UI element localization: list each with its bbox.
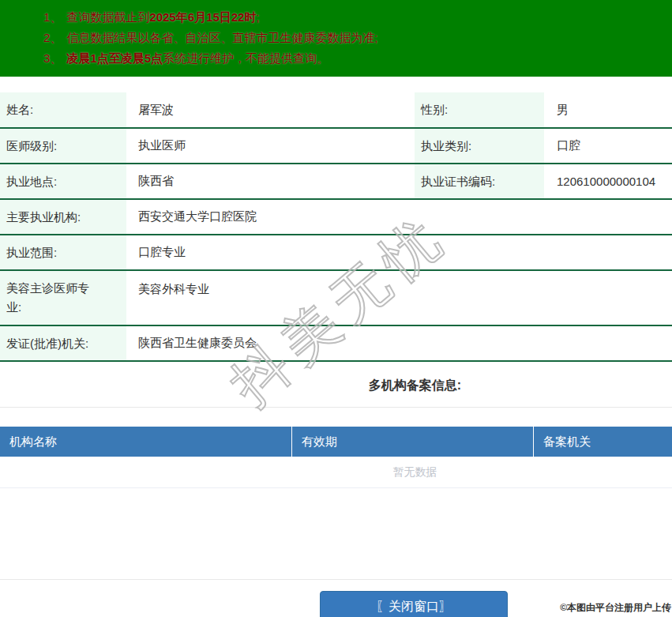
filing-col-header-authority: 备案机关 <box>534 427 672 457</box>
table-row: 执业范围: 口腔专业 <box>0 235 672 270</box>
notice-text-bold: 凌晨1点至凌晨5点 <box>66 51 163 65</box>
field-label-doctor-level: 医师级别: <box>0 128 126 164</box>
notice-text: 查询数据截止到 <box>66 10 149 24</box>
notice-number: 3、 <box>43 51 62 65</box>
filing-section-title: 多机构备案信息: <box>0 362 672 408</box>
notice-text: 信息数据结果以各省、自治区、直辖市卫生健康委数据为准; <box>66 31 377 44</box>
notice-number: 2、 <box>43 31 62 44</box>
field-value-certificate-number: 120610000000104 <box>544 164 672 199</box>
field-value-practice-scope: 口腔专业 <box>126 235 672 270</box>
notice-number: 1、 <box>43 10 62 24</box>
table-row: 姓名: 屠军波 性别: 男 <box>0 92 672 128</box>
field-value-cosmetic-specialty: 美容外科专业 <box>126 270 672 325</box>
table-row: 执业地点: 陕西省 执业证书编码: 120610000000104 <box>0 164 672 199</box>
empty-data-text: 暂无数据 <box>0 457 672 488</box>
field-value-issuing-authority: 陕西省卫生健康委员会 <box>126 325 672 361</box>
field-value-practice-type: 口腔 <box>544 128 672 164</box>
table-row: 医师级别: 执业医师 执业类别: 口腔 <box>0 128 672 164</box>
notice-line: 3、凌晨1点至凌晨5点系统进行维护，不能提供查询。 <box>43 48 664 69</box>
notice-line: 2、信息数据结果以各省、自治区、直辖市卫生健康委数据为准; <box>43 28 664 48</box>
practitioner-info-table: 姓名: 屠军波 性别: 男 医师级别: 执业医师 执业类别: 口腔 执业地点: … <box>0 92 672 362</box>
field-label-cosmetic-specialty: 美容主诊医师专业: <box>0 270 126 325</box>
field-label-certificate-number: 执业证书编码: <box>415 164 544 199</box>
field-value-name: 屠军波 <box>126 92 415 128</box>
notice-text: ; <box>256 10 259 24</box>
field-value-gender: 男 <box>544 92 672 128</box>
table-row: 美容主诊医师专业: 美容外科专业 <box>0 270 672 325</box>
field-label-issuing-authority: 发证(批准)机关: <box>0 325 126 361</box>
table-row: 主要执业机构: 西安交通大学口腔医院 <box>0 199 672 235</box>
field-label-gender: 性别: <box>415 92 544 128</box>
notice-line: 1、查询数据截止到2025年6月15日22时; <box>43 7 664 28</box>
notice-banner: 1、查询数据截止到2025年6月15日22时; 2、信息数据结果以各省、自治区、… <box>0 0 672 77</box>
notice-text: 系统进行维护，不能提供查询。 <box>163 51 328 65</box>
notice-text-bold: 2025年6月15日22时 <box>149 10 256 24</box>
field-label-practice-scope: 执业范围: <box>0 235 126 270</box>
filing-col-header-validity: 有效期 <box>292 427 534 457</box>
table-row: 发证(批准)机关: 陕西省卫生健康委员会 <box>0 325 672 361</box>
upload-credit-text: ©本图由平台注册用户上传 <box>560 601 671 615</box>
field-value-practice-location: 陕西省 <box>126 164 415 199</box>
field-value-doctor-level: 执业医师 <box>126 128 415 164</box>
field-value-main-institution: 西安交通大学口腔医院 <box>126 199 672 235</box>
field-label-main-institution: 主要执业机构: <box>0 199 126 235</box>
filing-col-header-institution: 机构名称 <box>0 427 292 457</box>
close-window-button[interactable]: 〖关闭窗口〗 <box>320 591 508 617</box>
field-label-practice-location: 执业地点: <box>0 164 126 199</box>
field-label-practice-type: 执业类别: <box>415 128 544 164</box>
filing-table-header: 机构名称 有效期 备案机关 <box>0 427 672 457</box>
field-label-name: 姓名: <box>0 92 126 128</box>
